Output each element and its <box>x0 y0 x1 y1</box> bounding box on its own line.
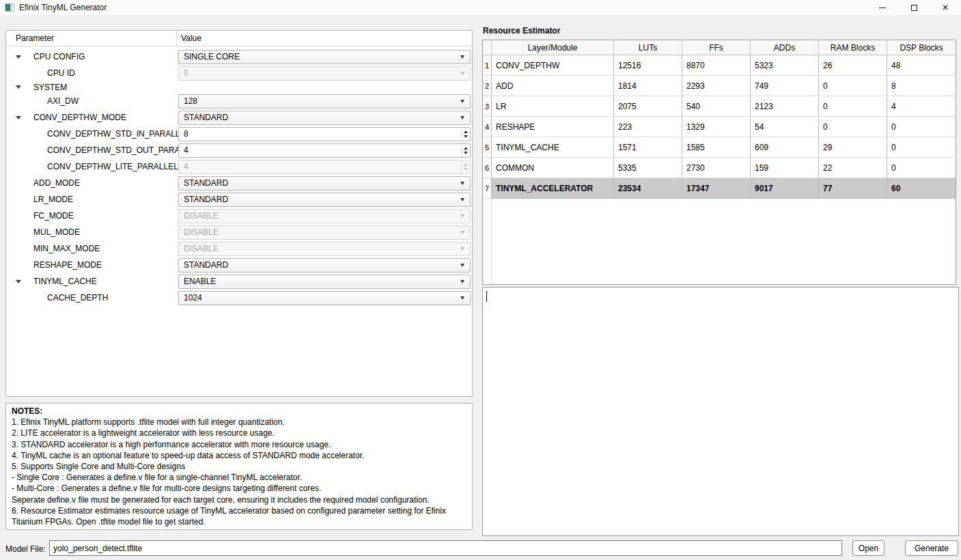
output-console[interactable] <box>482 287 959 536</box>
value-combobox[interactable]: 1024 <box>178 291 471 305</box>
open-button[interactable]: Open <box>852 540 885 556</box>
table-row[interactable]: 2ADD1814229374908 <box>483 76 956 96</box>
table-cell: ADD <box>492 76 614 96</box>
tree-expander-icon[interactable] <box>16 55 33 59</box>
resource-estimator-title: Resource Estimator <box>483 26 560 36</box>
param-value-cell: ENABLE <box>178 275 471 289</box>
table-row[interactable]: 4RESHAPE22313295400 <box>483 117 956 137</box>
value-combobox[interactable]: STANDARD <box>178 111 471 125</box>
parameter-column-header[interactable]: Parameter <box>6 31 177 46</box>
param-row[interactable]: FC_MODEDISABLE <box>6 208 472 224</box>
table-cell: 749 <box>751 76 819 96</box>
column-header[interactable]: LUTs <box>614 40 682 55</box>
app-icon <box>5 3 14 12</box>
param-row[interactable]: LR_MODESTANDARD <box>6 191 472 208</box>
window-title: Efinix TinyML Generator <box>19 3 107 12</box>
table-row[interactable]: 5TINYML_CACHE15711585609290 <box>483 137 956 158</box>
param-row[interactable]: CONV_DEPTHW_MODESTANDARD <box>6 109 472 126</box>
chevron-down-icon <box>460 198 464 201</box>
table-cell: TINYML_ACCELERATOR <box>492 178 614 199</box>
table-cell: 0 <box>819 117 887 137</box>
table-cell: 1329 <box>682 117 751 137</box>
spinbox-buttons[interactable] <box>461 128 470 141</box>
row-number: 6 <box>483 158 492 178</box>
value-combobox[interactable]: STANDARD <box>178 176 471 191</box>
param-row[interactable]: MIN_MAX_MODEDISABLE <box>6 240 472 257</box>
param-row-left: ADD_MODE <box>6 178 177 188</box>
model-file-input[interactable] <box>49 540 842 556</box>
table-row[interactable]: 7TINYML_ACCELERATOR235341734790177760 <box>483 178 956 199</box>
param-value-cell: DISABLE <box>178 242 471 256</box>
column-header[interactable]: FFs <box>682 40 751 55</box>
column-header[interactable]: RAM Blocks <box>819 40 887 55</box>
param-value-cell: 8 <box>178 127 471 141</box>
value-combobox[interactable]: STANDARD <box>178 258 471 272</box>
table-cell: 0 <box>887 117 956 137</box>
param-row[interactable]: CONV_DEPTHW_STD_OUT_PARALLEL4 <box>6 142 472 158</box>
value-combobox[interactable]: ENABLE <box>178 275 471 289</box>
combobox-value: DISABLE <box>184 211 219 221</box>
column-header[interactable]: ADDs <box>751 40 819 55</box>
param-row[interactable]: CACHE_DEPTH1024 <box>6 290 472 306</box>
column-header[interactable]: DSP Blocks <box>887 40 956 55</box>
maximize-button[interactable] <box>898 0 930 15</box>
combobox-value: DISABLE <box>184 227 219 237</box>
param-row-left: CONV_DEPTHW_STD_IN_PARALLEL <box>6 129 177 139</box>
note-line: 6. Resource Estimator estimates resource… <box>12 505 466 516</box>
close-button[interactable]: ✕ <box>930 0 961 15</box>
value-combobox[interactable]: STANDARD <box>178 193 471 207</box>
table-cell: 159 <box>751 158 819 178</box>
param-label: CACHE_DEPTH <box>47 293 108 303</box>
param-row[interactable]: CONV_DEPTHW_LITE_PARALLEL4 <box>6 158 472 175</box>
param-row[interactable]: RESHAPE_MODESTANDARD <box>6 257 472 273</box>
table-row[interactable]: 3LR2075540212304 <box>483 96 956 117</box>
table-cell: 12516 <box>614 55 682 76</box>
column-header[interactable]: Layer/Module <box>492 40 614 55</box>
param-row-left: CONV_DEPTHW_STD_OUT_PARALLEL <box>6 145 177 155</box>
chevron-down-icon <box>460 72 464 75</box>
value-combobox[interactable]: 128 <box>178 94 471 109</box>
tree-expander-icon[interactable] <box>16 85 33 89</box>
tree-expander-icon[interactable] <box>16 280 33 283</box>
param-value-cell: 128 <box>178 94 471 109</box>
param-row-left: FC_MODE <box>6 211 177 221</box>
param-row[interactable]: TINYML_CACHEENABLE <box>6 273 472 290</box>
value-spinbox[interactable]: 8 <box>178 127 471 141</box>
value-column-header[interactable]: Value <box>177 33 472 43</box>
value-combobox: 0 <box>178 66 471 81</box>
param-value-cell: STANDARD <box>178 258 471 272</box>
table-row[interactable]: 1CONV_DEPTHW12516887053232648 <box>483 55 956 76</box>
notes-panel: NOTES: 1. Efinix TinyML platform support… <box>5 403 473 530</box>
param-row[interactable]: ADD_MODESTANDARD <box>6 175 472 191</box>
table-cell: COMMON <box>492 158 614 178</box>
spinbox-buttons[interactable] <box>461 144 470 157</box>
param-label: CONV_DEPTHW_LITE_PARALLEL <box>47 162 178 171</box>
minimize-button[interactable] <box>867 0 898 15</box>
table-row[interactable]: 6COMMON53352730159220 <box>483 158 956 178</box>
row-number: 4 <box>483 117 492 137</box>
row-number-strip <box>483 199 492 284</box>
param-value-cell: 1024 <box>178 291 471 305</box>
param-value-cell: STANDARD <box>178 193 471 207</box>
param-value-cell: STANDARD <box>178 176 471 191</box>
param-label: FC_MODE <box>33 211 74 221</box>
value-combobox[interactable]: SINGLE CORE <box>178 50 471 64</box>
note-line: 5. Supports Single Core and Multi-Core d… <box>12 461 466 472</box>
param-row[interactable]: MUL_MODEDISABLE <box>6 224 472 240</box>
param-row[interactable]: AXI_DW128 <box>6 93 472 109</box>
spin-up-icon <box>464 147 468 150</box>
param-row[interactable]: CPU CONFIGSINGLE CORE <box>6 48 472 65</box>
param-value-cell: 0 <box>178 66 471 81</box>
text-caret <box>486 291 487 302</box>
parameter-table-header: Parameter Value <box>6 31 472 46</box>
generate-button[interactable]: Generate <box>905 540 958 556</box>
value-spinbox[interactable]: 4 <box>178 143 471 158</box>
notes-heading: NOTES: <box>12 406 466 417</box>
tree-expander-icon[interactable] <box>16 116 33 120</box>
param-label: RESHAPE_MODE <box>33 260 102 270</box>
chevron-down-icon <box>16 55 21 59</box>
param-row[interactable]: SYSTEM <box>6 81 472 93</box>
param-value-cell: 4 <box>178 160 471 174</box>
param-row[interactable]: CONV_DEPTHW_STD_IN_PARALLEL8 <box>6 126 472 142</box>
param-row[interactable]: CPU ID0 <box>6 65 472 81</box>
